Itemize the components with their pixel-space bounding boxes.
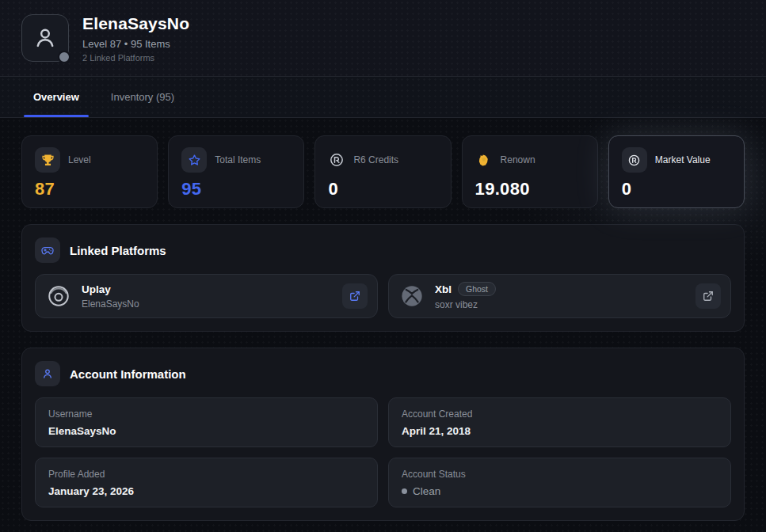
tab-inventory[interactable]: Inventory (95) <box>109 77 176 117</box>
field-label: Account Status <box>402 469 718 480</box>
field-label: Account Created <box>402 408 718 420</box>
market-value-coin-icon <box>622 147 647 173</box>
renown-fist-icon <box>475 151 493 169</box>
profile-header: ElenaSaysNo Level 87 • 95 Items 2 Linked… <box>0 0 766 77</box>
external-link-icon[interactable] <box>695 283 721 309</box>
xbox-logo <box>398 283 425 310</box>
stats-row: Level 87 Total Items 95 <box>21 135 745 208</box>
stat-card-renown: Renown 19.080 <box>462 135 598 208</box>
ubisoft-logo <box>45 283 72 310</box>
stat-value-level: 87 <box>35 179 144 200</box>
avatar <box>21 14 69 62</box>
trophy-icon <box>35 147 60 173</box>
linked-platforms-section: Linked Platforms Uplay ElenaSaysNo <box>21 224 745 332</box>
status-dot <box>402 488 407 494</box>
field-account-status: Account Status Clean <box>388 458 731 507</box>
status-text: Clean <box>413 485 440 497</box>
presence-dot <box>58 51 71 63</box>
person-icon <box>32 25 59 51</box>
stat-label: Market Value <box>655 154 711 165</box>
platform-username: ElenaSaysNo <box>82 298 139 310</box>
account-information-section: Account Information Username ElenaSaysNo… <box>21 348 745 521</box>
star-icon <box>181 147 207 173</box>
page-title-username: ElenaSaysNo <box>82 14 189 33</box>
stat-card-r6-credits: R6 Credits 0 <box>314 135 451 208</box>
field-account-created: Account Created April 21, 2018 <box>388 397 731 447</box>
platform-name: Xbl <box>435 283 452 295</box>
field-value: April 21, 2018 <box>402 425 718 437</box>
section-title-account-information: Account Information <box>70 367 186 381</box>
r6-credits-coin-icon <box>328 151 345 169</box>
stat-label: Total Items <box>215 154 261 165</box>
section-title-linked-platforms: Linked Platforms <box>70 244 166 257</box>
stat-label: R6 Credits <box>353 154 398 165</box>
stat-label: Renown <box>501 154 535 165</box>
ghost-badge: Ghost <box>458 282 496 297</box>
field-profile-added: Profile Added January 23, 2026 <box>35 458 378 507</box>
stat-value-r6-credits: 0 <box>328 179 437 200</box>
stat-label: Level <box>68 154 91 165</box>
stat-card-level: Level 87 <box>21 135 158 208</box>
main-content: Level 87 Total Items 95 <box>0 118 766 532</box>
stat-card-market-value: Market Value 0 <box>608 135 745 208</box>
external-link-icon[interactable] <box>342 283 368 309</box>
field-username: Username ElenaSaysNo <box>35 397 378 447</box>
platform-card-uplay: Uplay ElenaSaysNo <box>35 274 378 318</box>
platform-name: Uplay <box>82 283 111 295</box>
field-label: Profile Added <box>48 469 364 480</box>
stat-card-total-items: Total Items 95 <box>168 135 304 208</box>
tab-bar: Overview Inventory (95) <box>0 77 766 118</box>
field-value: ElenaSaysNo <box>48 425 364 437</box>
field-label: Username <box>48 408 364 420</box>
platform-username: soxr vibez <box>435 299 496 310</box>
gamepad-icon <box>35 238 60 263</box>
linked-platforms-note: 2 Linked Platforms <box>82 53 189 63</box>
tab-overview[interactable]: Overview <box>32 77 81 117</box>
level-items-subtitle: Level 87 • 95 Items <box>82 38 189 50</box>
platform-card-xbl: Xbl Ghost soxr vibez <box>388 274 731 318</box>
stat-value-market-value: 0 <box>622 179 731 200</box>
person-badge-icon <box>35 361 60 386</box>
field-value: January 23, 2026 <box>48 485 364 497</box>
stat-value-total-items: 95 <box>181 179 291 200</box>
stat-value-renown: 19.080 <box>475 179 585 200</box>
